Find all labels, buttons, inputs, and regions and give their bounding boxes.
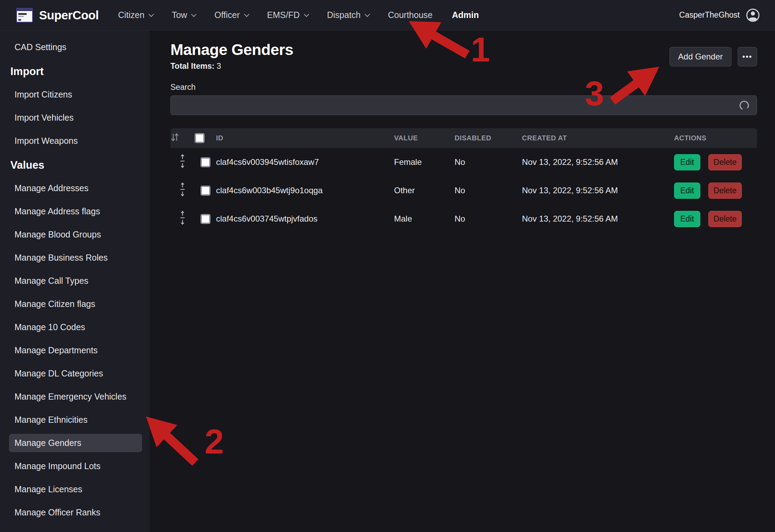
sidebar-item-manage-ethnicities[interactable]: Manage Ethnicities: [9, 411, 142, 429]
table-header-row: ID VALUE DISABLED CREATED AT ACTIONS: [170, 128, 757, 148]
add-gender-button[interactable]: Add Gender: [670, 47, 731, 66]
sidebar-item-manage-business-roles[interactable]: Manage Business Roles: [9, 249, 142, 267]
sidebar-item-manage-citizen-flags[interactable]: Manage Citizen flags: [9, 295, 142, 313]
nav-item-label: Dispatch: [327, 10, 361, 20]
column-header-id[interactable]: ID: [216, 128, 394, 148]
more-options-button[interactable]: •••: [738, 47, 757, 66]
sidebar-item-import-weapons[interactable]: Import Weapons: [9, 132, 142, 150]
username: CasperTheGhost: [679, 10, 740, 20]
table-row: claf4cs6v003745wtpjvfados Male No Nov 13…: [170, 205, 757, 233]
nav-item-ems-fd[interactable]: EMS/FD: [267, 10, 308, 20]
cell-value: Female: [394, 148, 455, 176]
drag-reorder-icon: [179, 210, 186, 225]
sidebar-item-manage-licenses[interactable]: Manage Licenses: [9, 480, 142, 498]
chevron-down-icon: [304, 12, 309, 17]
sidebar-item-import-vehicles[interactable]: Import Vehicles: [9, 109, 142, 127]
search-label: Search: [170, 83, 757, 92]
delete-button[interactable]: Delete: [708, 183, 741, 199]
row-checkbox[interactable]: [200, 186, 211, 196]
nav-item-courthouse[interactable]: Courthouse: [388, 10, 432, 20]
sidebar-item-manage-genders[interactable]: Manage Genders: [9, 434, 142, 452]
cell-created-at: Nov 13, 2022, 9:52:56 AM: [522, 176, 674, 205]
search-input[interactable]: [170, 95, 757, 115]
cell-disabled: No: [455, 148, 522, 176]
sidebar-item-manage-address-flags[interactable]: Manage Address flags: [9, 202, 142, 221]
nav-item-citizen[interactable]: Citizen: [118, 10, 152, 20]
app-window: SuperCool Citizen Tow Officer EMS/FD Dis…: [0, 0, 775, 532]
nav-item-admin[interactable]: Admin: [452, 10, 479, 20]
edit-button[interactable]: Edit: [674, 154, 700, 170]
column-header-disabled[interactable]: DISABLED: [455, 128, 522, 148]
cell-value: Other: [394, 176, 455, 205]
total-items-label: Total Items:: [170, 62, 214, 71]
sidebar-item-manage-officer-ranks[interactable]: Manage Officer Ranks: [9, 503, 142, 522]
main-content: Manage Genders Total Items: 3 Add Gender…: [150, 30, 775, 532]
nav-item-label: Admin: [452, 10, 479, 20]
delete-button[interactable]: Delete: [708, 211, 741, 227]
chevron-down-icon: [191, 12, 197, 17]
admin-sidebar: CAD Settings Import Import Citizens Impo…: [0, 30, 150, 532]
drag-handle[interactable]: [179, 161, 186, 170]
nav-item-label: Tow: [172, 10, 187, 20]
nav-menu: Citizen Tow Officer EMS/FD Dispatch Cour…: [118, 10, 479, 20]
brand-name: SuperCool: [39, 8, 99, 22]
cell-created-at: Nov 13, 2022, 9:52:56 AM: [522, 205, 674, 233]
nav-item-label: Courthouse: [388, 10, 432, 20]
sidebar-heading-import: Import: [10, 65, 150, 78]
cell-id: claf4cs6v003745wtpjvfados: [216, 205, 394, 233]
sidebar-item-import-citizens[interactable]: Import Citizens: [9, 85, 142, 104]
sidebar-item-manage-call-types[interactable]: Manage Call Types: [9, 272, 142, 290]
page-title: Manage Genders: [170, 41, 293, 59]
total-items: Total Items: 3: [170, 62, 293, 71]
nav-item-officer[interactable]: Officer: [214, 10, 248, 20]
chevron-down-icon: [149, 12, 154, 17]
drag-handle[interactable]: [179, 218, 186, 227]
column-header-created-at[interactable]: CREATED AT: [522, 128, 674, 148]
loading-spinner-icon: [739, 100, 749, 111]
sidebar-item-cad-settings[interactable]: CAD Settings: [9, 38, 142, 56]
sidebar-item-manage-penal-codes[interactable]: Manage Penal Codes: [9, 526, 142, 532]
nav-item-label: Officer: [214, 10, 240, 20]
user-menu-button[interactable]: CasperTheGhost: [679, 8, 760, 22]
nav-item-tow[interactable]: Tow: [172, 10, 195, 20]
row-checkbox[interactable]: [200, 214, 211, 224]
select-all-checkbox[interactable]: [195, 133, 205, 143]
sidebar-item-manage-blood-groups[interactable]: Manage Blood Groups: [9, 225, 142, 244]
nav-item-dispatch[interactable]: Dispatch: [327, 10, 368, 20]
sidebar-item-manage-addresses[interactable]: Manage Addresses: [9, 179, 142, 197]
table-row: claf4cs6w003b45wtj9o1oqga Other No Nov 1…: [170, 176, 757, 205]
edit-button[interactable]: Edit: [674, 211, 700, 227]
edit-button[interactable]: Edit: [674, 183, 700, 199]
cell-disabled: No: [455, 176, 522, 205]
app-logo-icon: [16, 8, 33, 22]
nav-item-label: Citizen: [118, 10, 144, 20]
chevron-down-icon: [244, 12, 249, 17]
sidebar-heading-values: Values: [10, 159, 150, 171]
drag-handle[interactable]: [179, 189, 186, 199]
cell-id: claf4cs6v003945wtisfoxaw7: [216, 148, 394, 176]
cell-disabled: No: [455, 205, 522, 233]
user-avatar-icon: [746, 8, 760, 22]
delete-button[interactable]: Delete: [708, 154, 741, 170]
top-navbar: SuperCool Citizen Tow Officer EMS/FD Dis…: [0, 0, 775, 30]
sidebar-item-manage-dl-categories[interactable]: Manage DL Categories: [9, 364, 142, 383]
sidebar-item-manage-departments[interactable]: Manage Departments: [9, 341, 142, 360]
more-options-icon: •••: [742, 52, 752, 61]
column-header-value[interactable]: VALUE: [394, 128, 455, 148]
sort-order-button[interactable]: [170, 132, 179, 143]
sort-arrows-icon: [170, 132, 179, 142]
sidebar-item-manage-impound-lots[interactable]: Manage Impound Lots: [9, 457, 142, 475]
drag-reorder-icon: [179, 153, 186, 169]
total-items-value: 3: [217, 62, 221, 71]
sidebar-item-manage-emergency-vehicles[interactable]: Manage Emergency Vehicles: [9, 388, 142, 406]
nav-item-label: EMS/FD: [267, 10, 300, 20]
sidebar-item-manage-10-codes[interactable]: Manage 10 Codes: [9, 318, 142, 336]
row-checkbox[interactable]: [200, 157, 211, 167]
genders-table: ID VALUE DISABLED CREATED AT ACTIONS: [170, 128, 757, 233]
cell-created-at: Nov 13, 2022, 9:52:56 AM: [522, 148, 674, 176]
drag-reorder-icon: [179, 182, 186, 197]
brand-home-link[interactable]: SuperCool: [16, 8, 99, 22]
column-header-actions: ACTIONS: [674, 128, 757, 148]
table-row: claf4cs6v003945wtisfoxaw7 Female No Nov …: [170, 148, 757, 176]
cell-value: Male: [394, 205, 455, 233]
